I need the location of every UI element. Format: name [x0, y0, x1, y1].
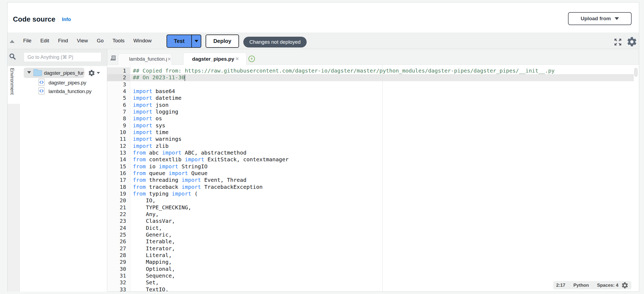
tree-settings-gear-icon[interactable]	[88, 69, 95, 77]
cursor-position[interactable]: 2:17	[556, 283, 565, 288]
settings-gear-icon[interactable]	[626, 36, 638, 47]
changes-not-deployed-badge: Changes not deployed	[243, 37, 307, 47]
code-file-icon	[38, 78, 45, 86]
left-dock-strip	[8, 104, 20, 292]
page-title: Code source	[13, 15, 56, 23]
info-link[interactable]: Info	[62, 17, 71, 22]
close-tab-icon[interactable]: ✕	[235, 56, 239, 62]
tree-folder-label[interactable]: dagster_pipes_function	[44, 70, 84, 76]
tab-dagster-pipes[interactable]: dagster_pipes.py ✕	[183, 53, 247, 65]
search-input[interactable]: Go to Anything (⌘ P)	[24, 52, 101, 62]
menu-go[interactable]: Go	[97, 38, 103, 44]
tree-gear-caret-icon[interactable]	[97, 72, 100, 74]
search-icon	[9, 53, 16, 60]
folder-disclosure-icon[interactable]	[27, 71, 31, 74]
tree-file-dagster-pipes[interactable]: dagster_pipes.py	[49, 80, 86, 86]
code-editor[interactable]: 1234567891011121314151617181920212223242…	[107, 65, 639, 291]
line-numbers: 1234567891011121314151617181920212223242…	[107, 67, 126, 291]
editor-status-bar: 2:17 Python Spaces: 4	[553, 281, 631, 289]
vertical-scrollbar-thumb[interactable]	[634, 68, 638, 77]
open-files-list-icon[interactable]	[110, 55, 117, 62]
test-button-label[interactable]: Test	[167, 35, 191, 47]
code-file-icon	[38, 87, 45, 95]
upload-from-label: Upload from	[581, 16, 611, 22]
menu-file[interactable]: File	[23, 38, 32, 44]
language-mode[interactable]: Python	[573, 283, 589, 288]
tab-label: dagster_pipes.py	[192, 56, 235, 62]
menu-find[interactable]: Find	[58, 38, 68, 44]
folder-icon	[33, 70, 42, 76]
menu-view[interactable]: View	[77, 38, 88, 44]
tree-file-lambda-function[interactable]: lambda_function.py	[49, 88, 91, 94]
menu-items: File Edit Find View Go Tools Window	[23, 33, 151, 49]
fullscreen-icon[interactable]	[614, 38, 622, 46]
deploy-button[interactable]: Deploy	[206, 35, 239, 48]
test-dropdown[interactable]	[191, 35, 201, 47]
test-button[interactable]: Test	[167, 35, 201, 48]
menu-tools[interactable]: Tools	[113, 38, 124, 44]
text-cursor	[185, 75, 185, 81]
chevron-down-icon	[195, 40, 198, 42]
indentation-setting[interactable]: Spaces: 4	[597, 283, 618, 288]
chevron-down-icon	[615, 17, 619, 20]
new-tab-icon[interactable]: +	[248, 56, 255, 62]
close-tab-icon[interactable]: ✕	[167, 56, 171, 62]
code-content: ## Copied from: https://raw.githubuserco…	[133, 67, 555, 291]
status-settings-gear-icon[interactable]	[621, 282, 629, 289]
collapse-panel-icon[interactable]	[10, 40, 15, 43]
environment-panel-label: Environment	[9, 68, 15, 103]
upload-from-button[interactable]: Upload from	[568, 12, 632, 25]
menu-edit[interactable]: Edit	[40, 38, 49, 44]
tab-label: lambda_function.py	[129, 56, 167, 62]
menu-window[interactable]: Window	[133, 38, 152, 44]
tab-lambda-function[interactable]: lambda_function.py ✕	[118, 53, 172, 65]
file-tree	[20, 66, 107, 292]
